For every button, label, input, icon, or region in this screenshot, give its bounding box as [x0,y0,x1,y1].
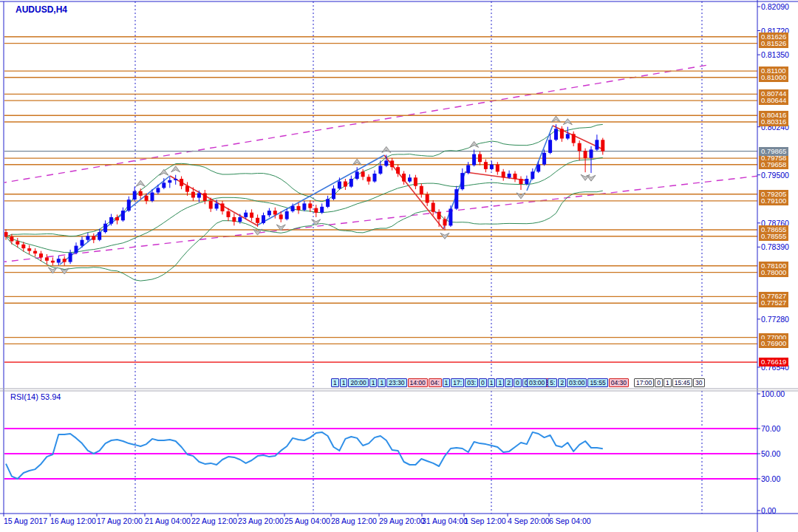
price-axis-label: 0.79500 [761,171,789,180]
time-axis-label: 25 Aug 04:00 [284,516,330,525]
time-tag: 30 [693,378,704,387]
time-tag: 5: [548,378,557,387]
time-tag: 14:00 [408,378,428,387]
sr-level-label: 0.78000 [759,268,788,277]
time-axis-label: 15 Aug 2017 [4,516,47,525]
time-tag: 03:00 [527,378,547,387]
sr-level-label: 0.80644 [759,96,788,105]
time-tag: 23:30 [386,378,406,387]
price-axis-label: 0.77280 [761,315,789,324]
time-tag: 03:00 [567,378,587,387]
sr-level-label: 0.79100 [759,197,788,205]
time-axis-label: 16 Aug 12:00 [50,516,96,525]
current-price-label: 0.79865 [759,147,788,156]
time-tag: 1 [331,378,339,387]
time-axis-label: 1 Sep 12:00 [464,516,506,525]
fractal-arrows [48,116,596,274]
time-tag: 1 [378,378,386,387]
sr-level-label: 0.81000 [759,73,788,82]
sr-level-label: 0.79658 [759,160,788,169]
time-tag: 0 [655,378,663,387]
sr-level-label: 0.77527 [759,299,788,307]
rsi-axis-label: 70.00 [761,424,780,433]
time-tag-group: 17:000115:4530 [634,378,705,387]
time-tag: 1 [340,378,348,387]
chart-symbol-title: AUDUSD,H4 [16,4,67,15]
time-axis-label: 4 Sep 20:00 [508,516,550,525]
rsi-axis-label: 0.00 [761,506,776,515]
time-axis-label: 21 Aug 04:00 [145,516,191,525]
vertical-gridlines [135,1,702,389]
main-pane[interactable] [0,1,798,389]
chart-canvas[interactable] [0,0,798,532]
time-tag: 0 [514,378,522,387]
time-axis-label: 17 Aug 20:00 [97,516,143,525]
red-level-label: 0.76619 [759,358,788,366]
rsi-pane[interactable] [0,391,757,514]
time-tag: 17: [451,378,464,387]
time-tag: 15:55 [587,378,607,387]
rsi-line [6,432,603,479]
sr-level-label: 0.78555 [759,232,788,241]
rsi-axis-label: 100.00 [761,389,785,398]
time-tag: 1 [443,378,451,387]
time-axis-label: 31 Aug 04:00 [422,516,468,525]
time-tag: 0 [479,378,487,387]
time-tag: 1 [369,378,378,387]
time-tag: 04:30 [609,378,629,387]
price-axis-label: 0.82090 [761,2,789,11]
rsi-indicator-label: RSI(14) 53.94 [10,392,61,401]
time-tag: 2 [505,378,513,387]
price-axis-label: 0.78390 [761,242,789,251]
sr-level-lines[interactable] [0,37,757,344]
time-tag: 1 [488,378,496,387]
time-tag: 17:00 [634,378,654,387]
time-tag: 04: [429,378,442,387]
time-tag: 20:00 [348,378,368,387]
time-axis-label: 29 Aug 20:00 [379,516,425,525]
rsi-axis-label: 30.00 [761,474,780,483]
time-axis-label: 23 Aug 20:00 [238,516,284,525]
sr-level-label: 0.81526 [759,39,788,48]
time-tag: 15:45 [672,378,692,387]
time-axis-label: 28 Aug 12:00 [331,516,377,525]
price-axis-label: 0.81350 [761,50,789,59]
time-tag: 2 [558,378,566,387]
sr-level-label: 0.76900 [759,339,788,348]
rsi-axis-label: 50.00 [761,449,780,458]
time-tag: 03: [465,378,478,387]
time-tag-group: 03:005:203:0015:5504:30 [527,378,629,387]
mt4-chart-window: AUDUSD,H4 RSI(14) 53.94 0.820900.817200.… [0,0,798,532]
sr-level-label: 0.80316 [759,117,788,126]
time-axis-label: 6 Sep 04:00 [549,516,591,525]
time-tag: 1 [496,378,504,387]
time-axis-label: 22 Aug 12:00 [191,516,237,525]
time-tag-group: 1120:001123:3014:0004:117:03:0112004:303… [331,378,554,387]
time-tag: 1 [664,378,672,387]
